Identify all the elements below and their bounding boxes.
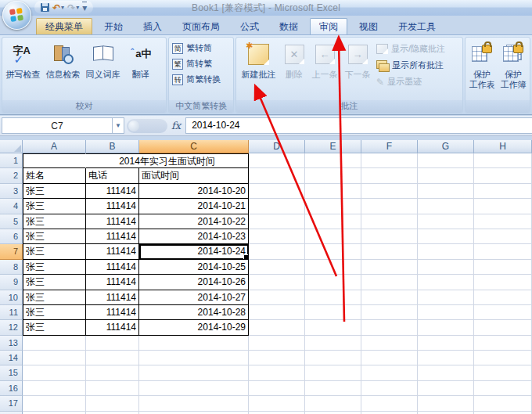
selected-cell-C7[interactable]: 2014-10-24 bbox=[139, 244, 249, 259]
cell[interactable] bbox=[249, 336, 305, 351]
cell[interactable] bbox=[249, 229, 305, 244]
cell[interactable]: 张三 bbox=[23, 214, 86, 229]
cell[interactable] bbox=[361, 351, 418, 365]
office-button[interactable] bbox=[2, 1, 31, 30]
cell[interactable] bbox=[139, 412, 249, 414]
column-header-C[interactable]: C bbox=[139, 140, 249, 153]
cell[interactable]: 2014-10-27 bbox=[139, 290, 249, 305]
cell[interactable] bbox=[305, 381, 361, 396]
cell[interactable] bbox=[361, 199, 418, 214]
cell[interactable] bbox=[474, 351, 532, 365]
row-header-2[interactable]: 2 bbox=[0, 168, 23, 183]
cell[interactable]: 2014-10-23 bbox=[139, 229, 249, 244]
cell[interactable]: 111414 bbox=[86, 305, 139, 320]
customize-qat-button[interactable]: ▾ bbox=[82, 2, 87, 13]
cell[interactable]: 张三 bbox=[23, 275, 86, 290]
cell[interactable] bbox=[418, 351, 474, 365]
cell[interactable]: 111414 bbox=[86, 260, 139, 275]
cell[interactable] bbox=[86, 336, 139, 351]
cell[interactable] bbox=[305, 320, 361, 335]
cell[interactable] bbox=[305, 365, 361, 380]
cell[interactable] bbox=[418, 290, 474, 305]
cell[interactable] bbox=[249, 153, 305, 168]
show-hide-comment-button[interactable]: 显示/隐藏批注 bbox=[376, 43, 445, 55]
cell[interactable] bbox=[418, 184, 474, 199]
tab-formulas[interactable]: 公式 bbox=[232, 19, 268, 34]
cell[interactable] bbox=[474, 290, 532, 305]
cell[interactable] bbox=[249, 396, 305, 411]
cell[interactable] bbox=[305, 153, 361, 168]
cell[interactable] bbox=[86, 396, 139, 411]
row-header-14[interactable]: 14 bbox=[0, 351, 23, 365]
cell[interactable] bbox=[249, 199, 305, 214]
research-button[interactable]: 信息检索 bbox=[43, 39, 83, 100]
cell[interactable] bbox=[139, 336, 249, 351]
cell[interactable] bbox=[474, 412, 532, 414]
row-header-15[interactable]: 15 bbox=[0, 365, 23, 380]
cell[interactable] bbox=[86, 381, 139, 396]
cell[interactable] bbox=[86, 412, 139, 414]
row-header-1[interactable]: 1 bbox=[0, 153, 23, 168]
cell[interactable]: 张三 bbox=[23, 320, 86, 335]
cell[interactable] bbox=[418, 381, 474, 396]
cell[interactable] bbox=[361, 168, 418, 183]
cell[interactable] bbox=[86, 351, 139, 365]
cell[interactable]: 2014-10-22 bbox=[139, 214, 249, 229]
row-header-6[interactable]: 6 bbox=[0, 229, 23, 244]
cell[interactable] bbox=[474, 214, 532, 229]
cell[interactable]: 张三 bbox=[23, 305, 86, 320]
cell[interactable]: 111414 bbox=[86, 199, 139, 214]
column-header-G[interactable]: G bbox=[418, 140, 474, 153]
cell[interactable] bbox=[249, 320, 305, 335]
cell[interactable] bbox=[418, 365, 474, 380]
cell[interactable] bbox=[418, 153, 474, 168]
cell[interactable] bbox=[361, 275, 418, 290]
cell[interactable] bbox=[474, 244, 532, 259]
cell[interactable]: 张三 bbox=[23, 229, 86, 244]
select-all-corner[interactable] bbox=[0, 140, 23, 153]
cell[interactable] bbox=[418, 412, 474, 414]
cell[interactable] bbox=[249, 244, 305, 259]
cell[interactable]: 2014-10-25 bbox=[139, 260, 249, 275]
cell[interactable] bbox=[418, 336, 474, 351]
cell[interactable] bbox=[249, 381, 305, 396]
cell[interactable] bbox=[305, 199, 361, 214]
cell[interactable] bbox=[474, 320, 532, 335]
conversion-button[interactable]: 转 简繁转换 bbox=[172, 74, 221, 85]
cell[interactable] bbox=[361, 305, 418, 320]
cell[interactable] bbox=[474, 305, 532, 320]
cell[interactable] bbox=[249, 168, 305, 183]
show-all-comments-button[interactable]: 显示所有批注 bbox=[376, 59, 445, 71]
protect-sheet-button[interactable]: 保护工作表 bbox=[466, 39, 498, 100]
row-header-17[interactable]: 17 bbox=[0, 396, 23, 411]
cell[interactable] bbox=[249, 365, 305, 380]
cell[interactable] bbox=[474, 365, 532, 380]
cell[interactable] bbox=[418, 396, 474, 411]
new-comment-button[interactable]: ✱ 新建批注 bbox=[237, 39, 280, 100]
column-header-A[interactable]: A bbox=[23, 140, 86, 153]
cell[interactable] bbox=[474, 184, 532, 199]
column-header-H[interactable]: H bbox=[474, 140, 532, 153]
redo-button[interactable]: ↷▾ bbox=[67, 2, 79, 13]
cell[interactable] bbox=[474, 153, 532, 168]
formula-input[interactable]: 2014-10-24 bbox=[185, 117, 532, 134]
row-header-9[interactable]: 9 bbox=[0, 275, 23, 290]
cell[interactable] bbox=[361, 290, 418, 305]
trad-to-simp-button[interactable]: 简 繁转简 bbox=[172, 42, 221, 54]
cell[interactable]: 111414 bbox=[86, 214, 139, 229]
column-header-F[interactable]: F bbox=[361, 140, 418, 153]
cell[interactable]: 2014-10-21 bbox=[139, 199, 249, 214]
row-header-10[interactable]: 10 bbox=[0, 290, 23, 305]
cell[interactable]: 111414 bbox=[86, 320, 139, 335]
cell[interactable] bbox=[23, 153, 86, 168]
name-box[interactable]: C7 bbox=[2, 117, 113, 134]
cell[interactable] bbox=[305, 305, 361, 320]
cell[interactable]: 电话 bbox=[86, 168, 139, 183]
cell[interactable] bbox=[23, 365, 86, 380]
row-header-5[interactable]: 5 bbox=[0, 214, 23, 229]
cell[interactable] bbox=[305, 229, 361, 244]
cell[interactable] bbox=[249, 184, 305, 199]
cell[interactable] bbox=[139, 381, 249, 396]
cell[interactable] bbox=[361, 320, 418, 335]
cell[interactable] bbox=[305, 244, 361, 259]
